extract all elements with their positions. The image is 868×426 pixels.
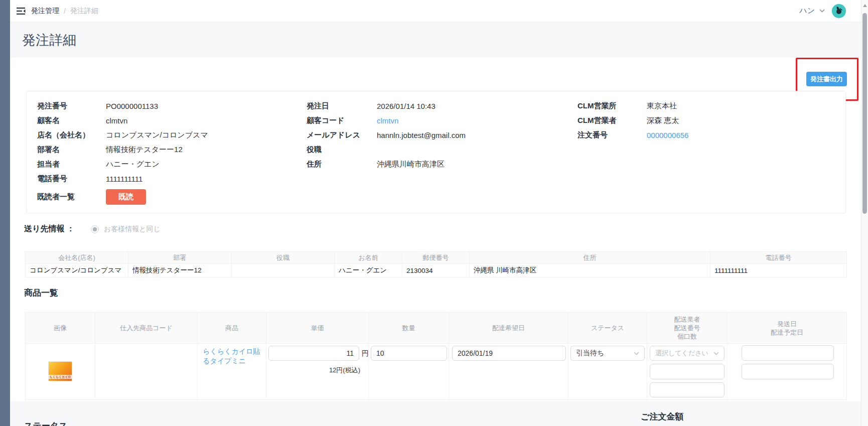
shipping-table: 会社名(店名) 部署 役職 お名前 郵便番号 住所 電話番号 コロンブスマン/コ… [25,251,847,277]
read-status-button[interactable]: 既読 [106,189,146,205]
product-image: らくらくカイロ [48,361,72,381]
breadcrumb: 発注管理 / 発注詳細 [31,7,98,16]
field-job-title: 役職 [307,143,466,157]
field-customer-name: 顧客名 clmtvn [37,113,208,128]
shipping-info-header: 送り先情報 ： お客様情報と同じ [24,224,161,234]
user-name: ハン [799,6,815,16]
estimated-delivery-date-input[interactable] [742,364,834,379]
tax-included-price: 12円(税込) [329,366,360,375]
product-list-title: 商品一覧 [24,287,58,299]
field-clm-sales-person: CLM営業者 深森 恵太 [577,113,688,128]
cell-unit-price: 円 12円(税込) [266,344,369,400]
breadcrumb-current: 発注詳細 [70,7,98,16]
quantity-input[interactable] [371,346,447,361]
field-phone-number: 電話番号 1111111111 [37,172,208,186]
field-store-name: 店名（会社名） コロンブスマン/コロンブスマ [37,128,208,143]
chevron-down-icon [634,352,639,355]
col-status: ステータス [568,313,647,344]
col-unit-price: 単価 [266,313,369,344]
menu-fold-icon[interactable] [17,7,26,15]
cell-status: 引当待ち [568,344,647,400]
export-order-form-button[interactable]: 発注書出力 [806,72,847,86]
page-title: 発注詳細 [22,31,76,49]
field-person-in-charge: 担当者 ハニー・グエン [37,157,208,172]
user-menu[interactable]: ハン [799,4,846,18]
topbar: 発注管理 / 発注詳細 ハン [10,0,861,22]
status-select[interactable]: 引当待ち [570,346,645,361]
scrollbar-thumb[interactable] [862,13,867,214]
sales-order-number-link[interactable]: 0000000656 [647,131,688,139]
product-table: 画像 仕入先商品コード 商品 単価 数量 配達希望日 ステータス 配送業者 配送… [25,312,847,400]
cell-supplier-code [95,344,198,400]
order-detail-sheet: 発注書出力 発注番号 PO0000001133 顧客名 clmtvn 店名（会社… [10,58,861,401]
field-read-list: 既読者一覧 既読 [37,188,208,206]
breadcrumb-parent[interactable]: 発注管理 [31,7,59,16]
field-clm-office: CLM営業所 東京本社 [577,99,688,113]
field-department-name: 部署名 情報技術テスターー12 [37,143,208,157]
unit-price-unit: 円 [362,349,369,358]
col-company-name: 会社名(店名) [26,252,128,264]
col-ship-date: 発送日 配達予定日 [728,313,847,344]
status-section-title: ステータス [24,420,68,426]
col-image: 画像 [26,313,95,344]
field-order-date: 発注日 2026/01/14 10:43 [307,99,466,113]
ship-date-input[interactable] [742,345,834,361]
col-phone: 電話番号 [710,252,847,264]
order-info-column-left: 発注番号 PO0000001133 顧客名 clmtvn 店名（会社名） コロン… [37,99,208,206]
tracking-number-input[interactable] [650,364,725,379]
carrier-select[interactable]: 選択してください [650,346,725,361]
field-email: メールアドレス hannln.jobtest@gmail.com [307,128,466,143]
cell-desired-delivery-date [449,344,568,400]
col-carrier: 配送業者 配送番号 個口数 [647,313,728,344]
cell-phone: 1111111111 [710,264,847,277]
field-order-number: 発注番号 PO0000001133 [37,99,208,113]
order-amount-title: ご注文金額 [641,411,683,422]
cell-job-title [232,264,335,277]
customer-code-link[interactable]: clmtvn [377,116,398,125]
cell-postal-code: 2130034 [402,264,470,277]
field-sales-order-number: 注文番号 0000000656 [577,128,688,143]
product-row: らくらくカイロ らくらくカイロ貼るタイプミニ 円 12円(税込) [26,344,847,400]
field-customer-code: 顧客コード clmtvn [307,113,466,128]
order-info-column-middle: 発注日 2026/01/14 10:43 顧客コード clmtvn メールアドレ… [307,99,466,172]
col-address: 住所 [470,252,710,264]
package-count-input[interactable] [650,382,725,397]
col-supplier-code: 仕入先商品コード [95,313,198,344]
cell-quantity [369,344,449,400]
chevron-down-icon [713,352,719,355]
col-quantity: 数量 [369,313,449,344]
field-address: 住所 沖縄県川崎市高津区 [307,157,466,172]
shipping-table-row: コロンブスマン/コロンブスマ 情報技術テスターー12 ハニー・グエン 21300… [26,264,847,277]
delivery-date-input[interactable] [452,346,566,361]
cell-ship-date [728,344,847,400]
col-desired-delivery-date: 配達希望日 [449,313,568,344]
scrollbar[interactable] [861,0,868,426]
scroll-up-arrow-icon[interactable] [863,4,867,7]
order-info-column-right: CLM営業所 東京本社 CLM営業者 深森 恵太 注文番号 0000000656 [577,99,688,143]
col-department: 部署 [128,252,232,264]
user-avatar[interactable] [832,4,846,18]
cell-company-name: コロンブスマン/コロンブスマ [26,264,128,277]
shipping-table-header-row: 会社名(店名) 部署 役職 お名前 郵便番号 住所 電話番号 [26,252,847,264]
chevron-down-icon [819,9,825,13]
order-info-card: 発注番号 PO0000001133 顧客名 clmtvn 店名（会社名） コロン… [26,91,846,213]
cell-product-name: らくらくカイロ貼るタイプミニ [198,344,266,400]
cell-carrier: 選択してください [647,344,728,400]
cell-address: 沖縄県 川崎市高津区 [470,264,710,277]
product-table-header-row: 画像 仕入先商品コード 商品 単価 数量 配達希望日 ステータス 配送業者 配送… [26,313,847,344]
col-job-title: 役職 [232,252,335,264]
cell-name: ハニー・グエン [335,264,402,277]
radio-dot [93,227,97,231]
unit-price-input[interactable] [268,346,359,361]
cell-product-image: らくらくカイロ [26,344,95,400]
col-postal-code: 郵便番号 [402,252,470,264]
cell-department: 情報技術テスターー12 [128,264,232,277]
shipping-info-title: 送り先情報 ： [24,224,75,234]
product-name-link[interactable]: らくらくカイロ貼るタイプミニ [198,344,266,369]
col-product: 商品 [198,313,266,344]
same-as-customer-radio[interactable] [91,225,99,233]
same-as-customer-label: お客様情報と同じ [104,225,161,234]
breadcrumb-separator: / [64,7,66,15]
collapsed-sidebar [0,0,10,426]
col-name: お名前 [335,252,402,264]
